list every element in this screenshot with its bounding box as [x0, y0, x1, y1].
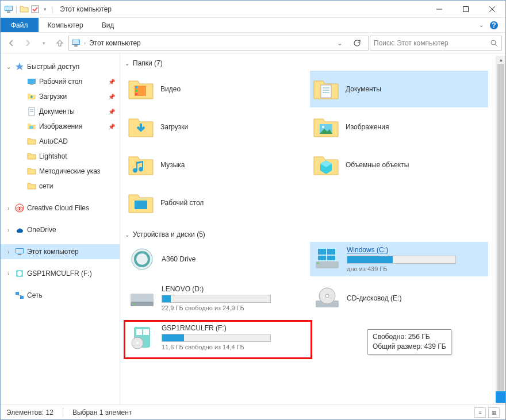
refresh-button[interactable]	[348, 39, 366, 47]
search-placeholder: Поиск: Этот компьютер	[374, 39, 490, 47]
ribbon-expand-icon[interactable]: ⌄	[479, 22, 484, 28]
scroll-up-icon[interactable]: ▴	[496, 56, 505, 64]
forward-button[interactable]	[20, 36, 35, 51]
pc-icon	[4, 5, 13, 14]
breadcrumb-arrow[interactable]: ›	[84, 40, 86, 46]
scrollbar-thumb[interactable]	[497, 64, 504, 391]
address-dropdown-icon[interactable]: ⌄	[335, 39, 345, 47]
nav-label: Сеть	[27, 291, 43, 299]
view-large-button[interactable]: ▦	[488, 407, 500, 418]
svg-rect-48	[318, 256, 326, 260]
drive-lenovo-d[interactable]: LENOVO (D:) 22,9 ГБ свободно из 24,9 ГБ	[125, 281, 303, 315]
svg-rect-25	[16, 249, 23, 253]
close-button[interactable]	[479, 1, 505, 18]
desktop-folder-icon	[127, 189, 155, 217]
status-selected: Выбран 1 элемент	[72, 409, 132, 417]
qat-dropdown-icon[interactable]: ▾	[41, 6, 49, 12]
recent-dropdown[interactable]: ▾	[36, 36, 51, 51]
folder-label: Изображения	[346, 123, 389, 131]
svg-point-55	[325, 294, 329, 298]
pc-icon	[15, 247, 24, 256]
back-button[interactable]	[4, 36, 19, 51]
chevron-down-icon[interactable]: ⌄	[5, 64, 12, 70]
svg-rect-52	[133, 303, 135, 305]
nav-label: Документы	[39, 107, 75, 115]
drive-a360[interactable]: A360 Drive	[125, 242, 303, 276]
nav-onedrive[interactable]: › OneDrive	[1, 222, 120, 237]
nav-item-method[interactable]: Методические указ	[1, 164, 120, 179]
vertical-scrollbar[interactable]: ▴ ▾	[496, 56, 505, 404]
chevron-down-icon[interactable]: ⌄	[125, 60, 129, 67]
nav-item-downloads[interactable]: Загрузки 📌	[1, 89, 120, 104]
pin-icon: 📌	[108, 124, 115, 130]
up-button[interactable]	[52, 36, 67, 51]
content-area: ⌄ Папки (7) Видео Документы Загрузки Изо…	[120, 53, 505, 404]
folder-pictures[interactable]: Изображения	[310, 109, 488, 145]
nav-item-lightshot[interactable]: Lightshot	[1, 149, 120, 164]
address-bar[interactable]: › Этот компьютер ⌄	[68, 36, 369, 51]
nav-item-pictures[interactable]: Изображения 📌	[1, 119, 120, 134]
drive-cdrom-e[interactable]: CD-дисковод (E:)	[310, 281, 488, 315]
navigation-bar: ▾ › Этот компьютер ⌄ Поиск: Этот компьют…	[1, 33, 505, 53]
nav-network[interactable]: Сеть	[1, 288, 120, 303]
nav-label: Методические указ	[39, 167, 100, 175]
nav-item-autocad[interactable]: AutoCAD	[1, 134, 120, 149]
group-devices-header[interactable]: ⌄ Устройства и диски (5)	[125, 228, 505, 242]
search-input[interactable]: Поиск: Этот компьютер	[370, 36, 502, 51]
pictures-icon	[27, 122, 36, 131]
title-bar: | ▾ | Этот компьютер	[1, 1, 505, 18]
tab-computer[interactable]: Компьютер	[39, 18, 93, 32]
folder-documents[interactable]: Документы	[310, 71, 488, 107]
folder-downloads[interactable]: Загрузки	[125, 109, 303, 145]
file-tab[interactable]: Файл	[1, 18, 39, 32]
help-icon[interactable]: ?	[489, 21, 499, 30]
space-bar	[162, 334, 271, 342]
checkbox-icon[interactable]	[31, 5, 39, 13]
chevron-right-icon[interactable]: ›	[5, 271, 12, 277]
creative-cloud-icon	[15, 203, 24, 213]
nav-item-desktop[interactable]: Рабочий стол 📌	[1, 74, 120, 89]
tab-view[interactable]: Вид	[93, 18, 124, 32]
pin-icon: 📌	[108, 79, 115, 85]
chevron-right-icon[interactable]: ›	[5, 249, 12, 255]
address-path[interactable]: Этот компьютер	[89, 39, 331, 47]
folder-music[interactable]: Музыка	[125, 147, 303, 183]
drive-name: Windows (C:)	[347, 246, 485, 254]
svg-rect-42	[135, 201, 147, 209]
minimize-button[interactable]	[426, 1, 453, 18]
nav-item-seti[interactable]: сети	[1, 179, 120, 194]
svg-rect-26	[18, 254, 21, 255]
maximize-button[interactable]	[453, 1, 479, 18]
drive-gsp-f[interactable]: GSP1RMCULFR (F:) 11,6 ГБ свободно из 14,…	[125, 320, 303, 355]
group-folders-header[interactable]: ⌄ Папки (7)	[125, 57, 505, 71]
chevron-right-icon[interactable]: ›	[5, 205, 12, 211]
svg-rect-33	[135, 86, 137, 88]
folder-desktop[interactable]: Рабочий стол	[125, 184, 303, 221]
svg-rect-35	[135, 93, 137, 95]
drive-name: LENOVO (D:)	[162, 285, 300, 293]
nav-drive-f[interactable]: › GSP1RMCULFR (F:)	[1, 266, 120, 281]
svg-rect-29	[16, 292, 19, 295]
search-icon[interactable]	[490, 39, 498, 47]
chevron-down-icon[interactable]: ⌄	[125, 232, 129, 238]
drive-name: A360 Drive	[162, 255, 300, 263]
folder-label: Документы	[346, 85, 381, 93]
chevron-right-icon[interactable]: ›	[5, 227, 12, 233]
space-text: 22,9 ГБ свободно из 24,9 ГБ	[162, 305, 300, 311]
view-details-button[interactable]: ≡	[474, 407, 486, 418]
qat-separator-2: |	[51, 5, 53, 13]
svg-point-41	[322, 126, 324, 128]
svg-rect-45	[317, 263, 319, 264]
svg-rect-16	[30, 84, 33, 85]
folder-video[interactable]: Видео	[125, 71, 303, 107]
nav-item-documents[interactable]: Документы 📌	[1, 104, 120, 119]
drive-name: CD-дисковод (E:)	[347, 294, 485, 302]
folder-3d[interactable]: Объемные объекты	[310, 147, 488, 183]
folder-small-icon	[20, 5, 29, 14]
svg-rect-34	[135, 90, 137, 92]
nav-creative-cloud[interactable]: › Creative Cloud Files	[1, 201, 120, 215]
drive-windows-c[interactable]: Windows (C:) дно из 439 ГБ	[310, 242, 488, 276]
nav-this-pc[interactable]: › Этот компьютер	[1, 244, 120, 259]
nav-quick-access[interactable]: ⌄ Быстрый доступ	[1, 59, 120, 74]
star-icon	[15, 62, 24, 71]
